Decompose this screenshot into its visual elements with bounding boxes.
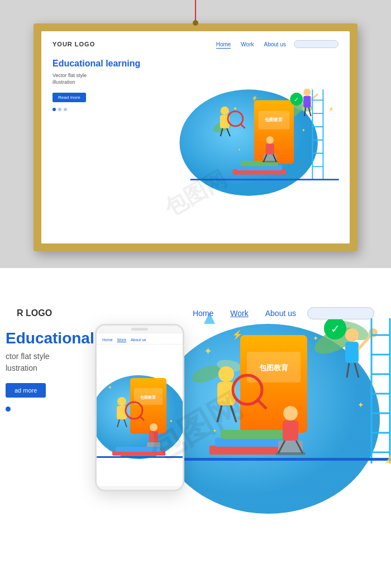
phone-nav: Home Work About us xyxy=(97,333,183,345)
svg-text:包图教育: 包图教育 xyxy=(140,395,156,400)
logo-frame: YOUR LOGO xyxy=(53,41,95,47)
svg-text:✓: ✓ xyxy=(294,96,299,103)
svg-text:✦: ✦ xyxy=(108,385,112,390)
svg-rect-17 xyxy=(266,144,274,154)
svg-text:包图教育: 包图教育 xyxy=(264,117,283,122)
nav-about-frame[interactable]: About us xyxy=(264,41,286,47)
svg-point-66 xyxy=(345,328,359,342)
bottom-nav-links: Home Work About us xyxy=(193,309,296,318)
phone-nav-home[interactable]: Home xyxy=(102,338,113,342)
svg-point-60 xyxy=(283,406,298,420)
dots-indicator-frame xyxy=(53,108,140,111)
svg-point-102 xyxy=(150,423,158,431)
svg-text:✦: ✦ xyxy=(357,400,364,409)
svg-rect-107 xyxy=(116,447,160,452)
svg-point-54 xyxy=(218,366,234,382)
bottom-nav: R LOGO Home Work About us xyxy=(0,307,391,319)
hanging-hook xyxy=(193,20,198,26)
bottom-logo: R LOGO xyxy=(17,308,52,318)
svg-rect-67 xyxy=(345,342,359,363)
svg-rect-63 xyxy=(275,452,306,455)
hero-title-frame: Educational learning xyxy=(53,58,140,70)
svg-text:✦: ✦ xyxy=(302,128,306,133)
nav-bar-frame: YOUR LOGO Home Work About us xyxy=(41,40,350,48)
hero-subtitle-frame: Vector flat style illustration xyxy=(53,72,140,86)
dot-2 xyxy=(58,108,61,111)
svg-text:✦: ✦ xyxy=(313,334,318,342)
nav-work-frame[interactable]: Work xyxy=(241,41,254,47)
picture-inner: YOUR LOGO Home Work About us Educational… xyxy=(41,31,350,243)
svg-rect-53 xyxy=(221,430,287,439)
hanging-wire xyxy=(195,0,196,22)
svg-text:⚡: ⚡ xyxy=(251,95,258,102)
svg-point-71 xyxy=(369,328,378,337)
svg-rect-23 xyxy=(303,96,311,108)
svg-text:✦: ✦ xyxy=(169,419,173,424)
bottom-nav-about[interactable]: About us xyxy=(265,309,296,318)
bottom-section: R LOGO Home Work About us Educational le… xyxy=(0,268,391,588)
svg-text:⚡: ⚡ xyxy=(232,329,243,340)
nav-home-frame[interactable]: Home xyxy=(216,41,231,47)
hero-text-frame: Educational learning Vector flat style i… xyxy=(53,58,140,111)
svg-text:✦: ✦ xyxy=(212,428,217,434)
svg-text:✦: ✦ xyxy=(233,106,237,112)
phone-nav-about[interactable]: About us xyxy=(131,338,146,342)
svg-text:✦: ✦ xyxy=(204,346,212,357)
read-more-button-frame[interactable]: Read more xyxy=(53,93,86,102)
phone-nav-work[interactable]: Work xyxy=(117,338,126,342)
svg-point-16 xyxy=(266,136,274,144)
svg-line-26 xyxy=(311,94,318,100)
picture-frame: YOUR LOGO Home Work About us Educational… xyxy=(34,23,357,251)
svg-point-10 xyxy=(221,107,229,115)
search-bar-frame[interactable] xyxy=(294,40,338,48)
phone-illustration-svg: 包图教育 xyxy=(97,345,183,484)
svg-rect-103 xyxy=(149,431,158,442)
svg-point-22 xyxy=(303,88,311,95)
svg-rect-61 xyxy=(283,420,298,441)
phone-notch-bar xyxy=(131,328,148,331)
svg-text:⚡: ⚡ xyxy=(328,106,334,112)
dot-3 xyxy=(64,108,67,111)
svg-rect-93 xyxy=(130,378,166,434)
svg-point-96 xyxy=(117,397,126,406)
svg-rect-42 xyxy=(190,179,338,180)
phone-screen: Home Work About us xyxy=(97,326,183,490)
svg-text:包图教育: 包图教育 xyxy=(259,364,289,372)
bottom-search-bar[interactable] xyxy=(307,307,374,319)
bottom-dot-1 xyxy=(6,407,11,412)
bottom-nav-home[interactable]: Home xyxy=(193,309,213,318)
svg-text:✦: ✦ xyxy=(238,148,241,151)
bottom-read-more-button[interactable]: ad more xyxy=(6,383,46,398)
bottom-nav-work[interactable]: Work xyxy=(230,309,248,318)
phone-mockup: Home Work About us xyxy=(95,324,184,491)
phone-home-indicator xyxy=(97,486,183,490)
frame-section: YOUR LOGO Home Work About us Educational… xyxy=(0,0,391,268)
bottom-webpage: R LOGO Home Work About us Educational le… xyxy=(0,268,391,588)
phone-notch xyxy=(97,326,183,333)
svg-rect-108 xyxy=(97,456,183,458)
nav-links-frame: Home Work About us xyxy=(216,41,286,47)
dot-1 xyxy=(53,108,56,111)
svg-text:✓: ✓ xyxy=(331,323,340,335)
webpage-content-frame: YOUR LOGO Home Work About us Educational… xyxy=(41,31,350,243)
svg-rect-48 xyxy=(240,335,307,433)
